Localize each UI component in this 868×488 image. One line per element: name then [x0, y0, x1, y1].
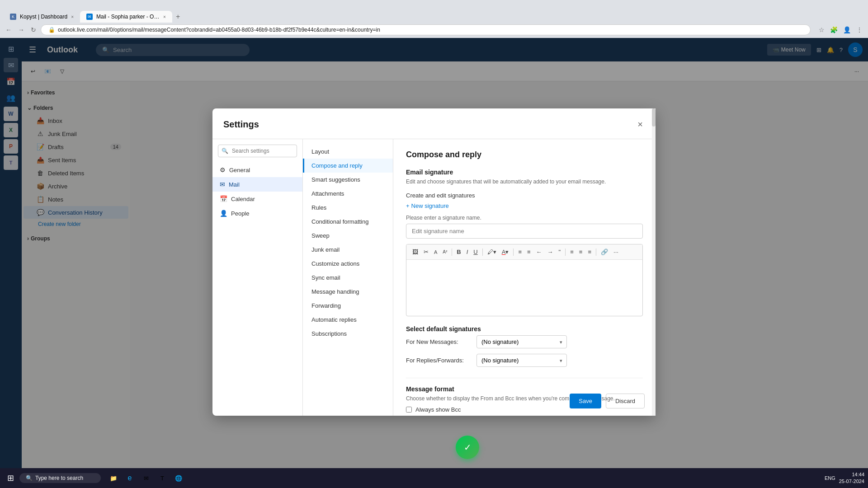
save-fab-button[interactable]: ✓ — [456, 436, 479, 459]
sig-editor-area[interactable] — [406, 260, 642, 314]
taskbar-right: ENG 14:44 25-07-2024 — [825, 471, 864, 485]
menu-attachments[interactable]: Attachments — [303, 187, 393, 201]
taskbar-search[interactable]: 🔍 Type here to search — [19, 473, 101, 483]
toolbar-align-right[interactable]: ≡ — [585, 247, 594, 257]
new-tab-button[interactable]: + — [172, 11, 184, 23]
toolbar-cut[interactable]: ✂ — [421, 247, 431, 257]
settings-footer: Save Discard — [559, 386, 656, 416]
menu-automatic-replies[interactable]: Automatic replies — [303, 313, 393, 327]
taskbar-teams-icon[interactable]: T — [155, 471, 170, 485]
menu-junk-email[interactable]: Junk email — [303, 243, 393, 257]
url-text: outlook.live.com/mail/0/options/mail/mes… — [58, 27, 380, 33]
tab-close-outlook[interactable]: × — [163, 14, 166, 19]
menu-compose-reply[interactable]: Compose and reply — [303, 159, 393, 173]
toolbar-bullet-list[interactable]: ≡ — [516, 247, 524, 257]
taskbar-clock: 14:44 25-07-2024 — [839, 471, 864, 485]
content-page-title: Compose and reply — [406, 150, 643, 160]
people-nav-icon: 👤 — [220, 210, 227, 217]
taskbar: ⊞ 🔍 Type here to search 📁 e ✉ T 🌐 ENG 14… — [0, 468, 868, 488]
toolbar-font-color[interactable]: A▾ — [500, 247, 511, 257]
taskbar-language: ENG — [825, 475, 835, 481]
font-color-icon: A — [502, 249, 506, 255]
extensions-button[interactable]: 🧩 — [828, 24, 840, 35]
always-bcc-label[interactable]: Always show Bcc — [415, 406, 461, 413]
toolbar-divider-2 — [482, 249, 483, 256]
new-messages-select[interactable]: (No signature) — [476, 335, 567, 348]
general-icon: ⚙ — [220, 166, 226, 174]
taskbar-pinned-apps: 📁 e ✉ T 🌐 — [106, 471, 186, 485]
tab-favicon-kopyst: K — [10, 14, 16, 20]
toolbar-divider-5 — [596, 249, 596, 256]
toolbar-more-options[interactable]: ··· — [611, 247, 621, 257]
address-bar[interactable]: 🔒 outlook.live.com/mail/0/options/mail/m… — [41, 24, 811, 35]
tab-close-kopyst[interactable]: × — [71, 14, 74, 19]
menu-layout[interactable]: Layout — [303, 145, 393, 159]
browser-tab-kopyst[interactable]: K Kopyst | Dashboard × — [4, 11, 80, 23]
create-edit-label: Create and edit signatures — [406, 192, 643, 199]
settings-menu-button[interactable]: ⋮ — [854, 24, 864, 35]
toolbar-numbered-list[interactable]: ≡ — [525, 247, 533, 257]
settings-nav-calendar[interactable]: 📅 Calendar — [212, 192, 302, 206]
new-messages-label: For New Messages: — [406, 338, 469, 345]
toolbar-font-size[interactable]: A — [432, 248, 439, 256]
settings-nav-mail[interactable]: ✉ Mail — [212, 177, 302, 192]
toolbar-divider-1 — [452, 249, 452, 256]
sig-editor-toolbar: 🖼 ✂ A A² B I U 🖊▾ — [406, 244, 642, 260]
menu-message-handling[interactable]: Message handling — [303, 285, 393, 299]
select-default-section: Select default signatures For New Messag… — [406, 325, 643, 367]
menu-subscriptions[interactable]: Subscriptions — [303, 327, 393, 341]
toolbar-outdent[interactable]: ← — [534, 247, 544, 257]
menu-sweep[interactable]: Sweep — [303, 229, 393, 243]
start-button[interactable]: ⊞ — [4, 471, 18, 485]
replies-label: For Replies/Forwards: — [406, 357, 469, 364]
profile-button[interactable]: 👤 — [841, 24, 853, 35]
toolbar-quote[interactable]: " — [557, 247, 563, 257]
save-fab-icon: ✓ — [464, 442, 472, 453]
browser-tab-outlook[interactable]: ✉ Mail - Sophia parker - Outlook × — [80, 11, 172, 23]
sig-editor: 🖼 ✂ A A² B I U 🖊▾ — [406, 244, 643, 316]
select-default-heading: Select default signatures — [406, 325, 643, 333]
toolbar-insert-link[interactable]: 🔗 — [599, 247, 610, 257]
back-button[interactable]: ← — [4, 24, 14, 35]
mail-nav-icon: ✉ — [220, 181, 225, 188]
toolbar-superscript[interactable]: A² — [440, 248, 449, 256]
toolbar-divider-3 — [513, 249, 514, 256]
save-button[interactable]: Save — [570, 394, 601, 408]
forward-button[interactable]: → — [16, 24, 26, 35]
always-bcc-checkbox[interactable] — [406, 407, 412, 413]
settings-close-button[interactable]: × — [636, 117, 645, 131]
menu-rules[interactable]: Rules — [303, 201, 393, 215]
sig-name-hint: Please enter a signature name. — [406, 215, 643, 221]
taskbar-chrome-icon[interactable]: 🌐 — [171, 471, 186, 485]
refresh-button[interactable]: ↻ — [29, 24, 38, 35]
browser-nav-bar: ← → ↻ 🔒 outlook.live.com/mail/0/options/… — [0, 23, 868, 38]
toolbar-bold[interactable]: B — [454, 247, 463, 257]
toolbar-underline[interactable]: U — [471, 247, 480, 257]
sig-name-input[interactable] — [406, 224, 643, 239]
discard-button[interactable]: Discard — [606, 394, 645, 408]
taskbar-outlook-icon[interactable]: ✉ — [139, 471, 153, 485]
settings-nav-people[interactable]: 👤 People — [212, 206, 302, 221]
tab-favicon-outlook: ✉ — [86, 14, 93, 20]
toolbar-indent[interactable]: → — [545, 247, 556, 257]
toolbar-highlight-color[interactable]: 🖊▾ — [485, 247, 499, 257]
replies-select[interactable]: (No signature) — [476, 354, 567, 367]
settings-search-icon: 🔍 — [222, 148, 228, 154]
settings-search-input[interactable] — [218, 145, 297, 157]
toolbar-divider-4 — [565, 249, 566, 256]
menu-conditional-formatting[interactable]: Conditional formatting — [303, 215, 393, 229]
email-sig-desc: Edit and choose signatures that will be … — [406, 178, 643, 185]
menu-forwarding[interactable]: Forwarding — [303, 299, 393, 313]
taskbar-edge-icon[interactable]: e — [123, 471, 137, 485]
taskbar-files-icon[interactable]: 📁 — [106, 471, 121, 485]
toolbar-italic[interactable]: I — [464, 247, 471, 257]
menu-sync-email[interactable]: Sync email — [303, 271, 393, 285]
new-signature-link[interactable]: + New signature — [406, 202, 643, 209]
settings-nav-general[interactable]: ⚙ General — [212, 163, 302, 177]
menu-customize-actions[interactable]: Customize actions — [303, 257, 393, 271]
toolbar-align-center[interactable]: ≡ — [577, 247, 585, 257]
toolbar-insert-image[interactable]: 🖼 — [410, 247, 420, 257]
menu-smart-suggestions[interactable]: Smart suggestions — [303, 173, 393, 187]
bookmark-button[interactable]: ☆ — [817, 24, 826, 35]
toolbar-align-left[interactable]: ≡ — [568, 247, 576, 257]
